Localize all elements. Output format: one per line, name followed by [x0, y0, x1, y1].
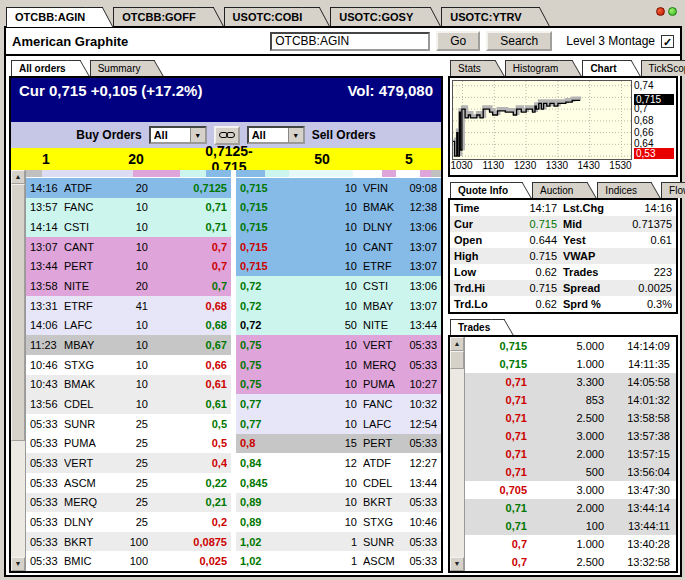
sell-order-row[interactable]: 0,7250NITE13:44 [236, 316, 441, 336]
tab-auction[interactable]: Auction [532, 182, 585, 198]
trade-price: 0,705 [471, 484, 527, 496]
buy-order-row[interactable]: 05:33PUMA250,5 [26, 434, 231, 454]
orderbook-scrollbar[interactable]: ▲ ▼ [11, 170, 26, 571]
chevron-down-icon[interactable]: ▼ [288, 128, 303, 142]
trade-time: 14:01:32 [604, 394, 670, 406]
buy-order-row[interactable]: 13:57FANC100,71 [26, 198, 231, 218]
buy-order-row[interactable]: 05:33BKRT1000,0875 [26, 532, 231, 552]
tab-stats[interactable]: Stats [450, 60, 493, 76]
close-window-icon[interactable] [656, 7, 665, 16]
tab-summary[interactable]: Summary [90, 60, 153, 76]
montage-checkbox[interactable]: ✓ [661, 35, 674, 48]
tab-tickscope[interactable]: TickScope [641, 60, 685, 76]
trade-time: 13:58:58 [604, 412, 670, 424]
sell-order-row[interactable]: 0,71510VFIN09:08 [236, 178, 441, 198]
order-time: 05:33 [403, 339, 437, 351]
tab-all-orders[interactable]: All orders [11, 60, 78, 76]
symbol-input[interactable] [270, 32, 430, 51]
buy-order-row[interactable]: 13:31ETRF410,68 [26, 296, 231, 316]
scroll-up-icon[interactable]: ▲ [11, 170, 25, 184]
buy-order-row[interactable]: 13:07CANT100,7 [26, 237, 231, 257]
buy-order-row[interactable]: 10:43BMAK100,61 [26, 375, 231, 395]
sell-order-row[interactable]: 0,71510BMAK12:38 [236, 198, 441, 218]
scroll-down-icon[interactable]: ▼ [450, 557, 464, 571]
sell-order-row[interactable]: 0,7210MBAY13:07 [236, 296, 441, 316]
buy-filter-select[interactable]: All ▼ [149, 126, 207, 144]
scrollbar-thumb[interactable] [11, 184, 25, 441]
tab-quote-info[interactable]: Quote Info [450, 182, 520, 198]
scroll-down-icon[interactable]: ▼ [11, 557, 25, 571]
sell-order-row[interactable]: 0,7510PUMA10:27 [236, 375, 441, 395]
buy-order-row[interactable]: 14:14CSTI100,71 [26, 217, 231, 237]
order-price: 0,71 [148, 201, 227, 213]
buy-order-row[interactable]: 13:44PERT100,7 [26, 257, 231, 277]
sell-order-row[interactable]: 0,71510DLNY13:06 [236, 217, 441, 237]
trades-scrollbar[interactable]: ▲ ▼ [450, 337, 465, 571]
order-size: 1 [286, 555, 357, 567]
trade-size: 2.500 [527, 412, 604, 424]
search-button[interactable]: Search [486, 31, 552, 51]
tab-chart[interactable]: Chart [582, 60, 628, 76]
buy-order-row[interactable]: 05:33BMIC1000,025 [26, 551, 231, 571]
sell-order-row[interactable]: 0,8910STXG10:46 [236, 512, 441, 532]
sell-order-row[interactable]: 0,7510MERQ05:33 [236, 355, 441, 375]
tab-flow[interactable]: Flow [661, 182, 685, 198]
sell-order-row[interactable]: 0,815PERT05:33 [236, 434, 441, 454]
sell-order-row[interactable]: 0,7710LAFC12:54 [236, 414, 441, 434]
sell-order-row[interactable]: 0,7710FANC10:32 [236, 394, 441, 414]
order-time: 12:27 [403, 457, 437, 469]
scrollbar-track[interactable] [11, 441, 25, 557]
sell-order-row[interactable]: 1,021SUNR05:33 [236, 532, 441, 552]
trade-price: 0,7 [471, 556, 527, 568]
tab-trades[interactable]: Trades [450, 319, 502, 335]
tab-histogram[interactable]: Histogram [505, 60, 571, 76]
x-axis-tick: 1430 [578, 160, 600, 171]
sell-order-row[interactable]: 0,71510ETRF13:07 [236, 257, 441, 277]
buy-order-row[interactable]: 05:33VERT250,4 [26, 453, 231, 473]
buy-order-row[interactable]: 13:58NITE200,7 [26, 276, 231, 296]
sell-order-row[interactable]: 0,84510CDEL13:44 [236, 473, 441, 493]
window-tab-usotc-cobi[interactable]: USOTC:COBI [224, 7, 317, 27]
order-price: 0,715 [240, 221, 286, 233]
quote-value: 14:17 [498, 202, 563, 214]
sell-order-row[interactable]: 0,71510CANT13:07 [236, 237, 441, 257]
sell-order-row[interactable]: 0,7210CSTI13:06 [236, 276, 441, 296]
sell-order-row[interactable]: 0,7510VERT05:33 [236, 335, 441, 355]
sell-order-row[interactable]: 0,8412ATDF12:27 [236, 453, 441, 473]
window-tab-usotc-ytrv[interactable]: USOTC:YTRV [441, 7, 535, 27]
tab-indices[interactable]: Indices [597, 182, 649, 198]
market-maker-id: BMIC [64, 555, 112, 567]
buy-order-row[interactable]: 11:23MBAY100,67 [26, 335, 231, 355]
scroll-up-icon[interactable]: ▲ [450, 337, 464, 351]
link-filters-button[interactable] [214, 126, 240, 145]
window-tab-usotc-gosy[interactable]: USOTC:GOSY [330, 7, 427, 27]
buy-order-row[interactable]: 10:46STXG100,66 [26, 355, 231, 375]
window-tab-otcbb-goff[interactable]: OTCBB:GOFF [113, 7, 209, 27]
order-price: 0,845 [240, 477, 286, 489]
buy-order-row[interactable]: 05:33ASCM250,22 [26, 473, 231, 493]
buy-order-row[interactable]: 13:56CDEL100,61 [26, 394, 231, 414]
sell-order-row[interactable]: 0,8910BKRT05:33 [236, 493, 441, 513]
order-size: 10 [112, 201, 148, 213]
market-maker-id: LAFC [64, 319, 112, 331]
market-maker-id: CSTI [64, 221, 112, 233]
order-time: 13:07 [403, 300, 437, 312]
buy-order-row[interactable]: 05:33MERQ250,21 [26, 493, 231, 513]
order-size: 10 [286, 516, 357, 528]
buy-order-row[interactable]: 14:16ATDF200,7125 [26, 178, 231, 198]
scrollbar-track[interactable] [450, 369, 464, 557]
go-button[interactable]: Go [436, 31, 480, 51]
chevron-down-icon[interactable]: ▼ [190, 128, 205, 142]
sell-filter-select[interactable]: All ▼ [247, 126, 305, 144]
order-time: 13:57 [30, 201, 64, 213]
new-window-icon[interactable] [668, 7, 677, 16]
scrollbar-thumb[interactable] [450, 351, 464, 369]
trade-row: 0,71.00013:40:28 [465, 535, 676, 553]
sell-order-row[interactable]: 1,021ASCM05:33 [236, 551, 441, 571]
market-maker-id: CDEL [64, 398, 112, 410]
buy-order-row[interactable]: 05:33SUNR250,5 [26, 414, 231, 434]
window-tab-otcbb-agin[interactable]: OTCBB:AGIN [6, 7, 99, 27]
order-price: 0,7125 [148, 182, 227, 194]
buy-order-row[interactable]: 05:33DLNY250,2 [26, 512, 231, 532]
buy-order-row[interactable]: 14:06LAFC100,68 [26, 316, 231, 336]
